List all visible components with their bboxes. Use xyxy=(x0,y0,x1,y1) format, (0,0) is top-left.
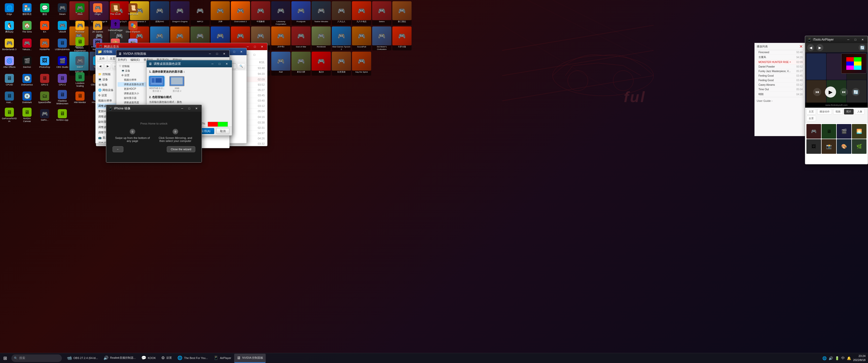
fe-search-btn[interactable]: 🔍 xyxy=(237,63,245,69)
desktop-icon-1[interactable]: 🏪 微软商店 xyxy=(19,1,35,18)
itools-photo-5[interactable]: 🖼 xyxy=(806,139,821,154)
game-icon-28[interactable]: 🎮 God of War xyxy=(291,27,311,51)
itools-nav-forward[interactable]: ▶ xyxy=(816,44,823,51)
desktop-icon-2[interactable]: 💬 微信 xyxy=(37,1,53,18)
desktop-icon-5[interactable]: 🎮 Origin xyxy=(90,1,106,18)
itools-photo-7[interactable]: 🎨 xyxy=(837,139,851,154)
nv-close[interactable]: ✕ xyxy=(221,51,227,56)
iphone-close[interactable]: ✕ xyxy=(193,106,199,111)
taskbar-item-browser[interactable]: 🌐 The Best For You... xyxy=(175,354,210,363)
desktop-icon-3[interactable]: 🎮 Steam xyxy=(54,1,70,18)
desktop-icon-51[interactable]: 🖥 NVIDIA App xyxy=(54,107,70,123)
game-icon-46[interactable]: 🎮 鬼泣5 xyxy=(312,52,331,76)
desktop-icon-34[interactable]: 🖥 GPU-Z xyxy=(37,72,53,88)
desktop-icon-18[interactable]: 🎮 HunterPie xyxy=(37,37,53,53)
game-icon-11[interactable]: 🎮 Frostpunk xyxy=(291,1,311,25)
nv-menu-edit[interactable]: 编辑(E) xyxy=(130,58,140,62)
rp-item-8[interactable]: Casey Abrams 03:12 xyxy=(755,83,805,87)
itools-maximize[interactable]: □ xyxy=(852,37,859,42)
game-icon-29[interactable]: 🎮 RimWorld xyxy=(312,27,331,51)
taskbar-item-obs[interactable]: 📹 OBS 27.2.4 (64-bl... xyxy=(64,354,100,363)
nm-win-controls[interactable]: ─ □ ✕ xyxy=(244,52,265,57)
itools-categories[interactable]: 主页 播放动作 视频 照片 人像 全景 xyxy=(805,108,868,123)
fe-maximize[interactable]: □ xyxy=(231,49,238,54)
game-icon-31[interactable]: 🎮 SoundFall xyxy=(352,27,371,51)
desktop-icon-35[interactable]: 🖥 CPU-Z xyxy=(54,72,70,88)
rp-item-6[interactable]: Feeling Good 03:45 xyxy=(755,74,805,78)
itools-cat-portrait[interactable]: 人像 xyxy=(855,109,865,114)
desktop-icon-26[interactable]: 🖼 Photoshop xyxy=(37,54,53,70)
iphone-footer[interactable]: ← Close the wizard xyxy=(110,146,198,152)
desktop-icon-9[interactable]: 🏠 The Sims xyxy=(19,19,35,35)
rp-guide[interactable]: User Guide › xyxy=(755,97,805,104)
rp-item-2[interactable]: 古董风 94:20 xyxy=(755,55,805,60)
itools-prev-btn[interactable]: ⏮ xyxy=(813,88,821,96)
desktop-icon-28[interactable]: 🎮 SWAT xyxy=(72,54,88,70)
desktop-icon-50[interactable]: 🎮 GeFo... xyxy=(37,107,53,123)
tray-battery[interactable]: 🔋 xyxy=(835,356,839,360)
taskbar-item-kook[interactable]: 💬 KOOK xyxy=(139,354,158,363)
desktop-icon-49[interactable]: 🖥 NVIDIA Canvas xyxy=(19,107,35,123)
netease-controls[interactable]: ─ □ ✕ xyxy=(245,44,265,49)
game-icon-33[interactable]: 🎮 斗罗大陆 xyxy=(392,27,411,51)
itools-next-btn[interactable]: ⏭ xyxy=(840,88,848,96)
desktop-icon-16[interactable]: 🎮 Borderlands 3 xyxy=(1,37,18,53)
itools-refresh[interactable]: 🔄 xyxy=(859,44,866,51)
game-icon-30[interactable]: 🎮 Mad Games Tycoon 2 xyxy=(332,27,351,51)
desktop-icon-40[interactable]: 🖥 Asst... xyxy=(1,90,18,106)
itools-nav-back[interactable]: ◀ xyxy=(807,44,814,51)
nv-menu-file[interactable]: 文件(F) xyxy=(118,58,127,62)
desktop-icon-7[interactable]: 📜 The Scroll xyxy=(125,1,141,18)
nm-x[interactable]: ✕ xyxy=(258,52,265,57)
fe-forward[interactable]: ▶ xyxy=(104,63,111,69)
ncd-controls[interactable]: ─ □ ✕ xyxy=(209,61,230,66)
desktop-icon-15[interactable]: 🎭 Disco Elysium xyxy=(125,19,141,35)
tray-notifications[interactable]: 🔔 xyxy=(847,356,851,360)
itools-photo-3[interactable]: 🎬 xyxy=(837,124,851,139)
desktop-icon-4[interactable]: 🎮 Xbox xyxy=(72,1,88,18)
desktop-icon-41[interactable]: 💽 DiskMark xyxy=(19,90,35,106)
netease-close[interactable]: ✕ xyxy=(259,44,265,49)
itools-cat-panorama[interactable]: 全景 xyxy=(806,116,816,121)
game-icon-7[interactable]: 🎮 大神 xyxy=(211,1,230,25)
desktop-icon-11[interactable]: 🎮 Ubisoft xyxy=(54,19,70,35)
taskbar-item-nvidia[interactable]: 🖥 NVIDIA 控制面板 xyxy=(234,354,266,363)
game-icon-16[interactable]: 🎮 新三国志 xyxy=(392,1,411,25)
itools-airplayer-window[interactable]: 📱 iTools AirPlayer ─ □ ✕ ◀ ▶ 🔄 xyxy=(805,36,868,164)
iphone-mirror-window[interactable]: 📱 iPhone 镜像 ─ □ ✕ Press Home to unlock ①… xyxy=(106,105,202,163)
iphone-minimize[interactable]: ─ xyxy=(179,106,185,111)
iphone-prev-btn[interactable]: ← xyxy=(113,146,123,152)
rp-item-1[interactable]: Firecreed 93:48 xyxy=(755,50,805,55)
desktop-icon-43[interactable]: 🖥 Flawless Widescreen xyxy=(54,90,70,106)
itools-play-btn[interactable]: ▶ xyxy=(825,87,836,98)
itools-photo-2[interactable]: 🖥 xyxy=(822,124,836,139)
game-icon-15[interactable]: 🎮 Sekiro xyxy=(372,1,391,25)
taskbar-item-settings[interactable]: ⚙ 设置 xyxy=(159,354,174,363)
rp-item-7[interactable]: Feeling Good 03:40 xyxy=(755,78,805,83)
taskbar-search[interactable]: 🔍 搜索 xyxy=(11,355,62,362)
ncd-titlebar[interactable]: 🖥 调整桌面面颜色设置 ─ □ ✕ xyxy=(147,60,232,67)
iphone-maximize[interactable]: □ xyxy=(186,106,192,111)
game-icon-4[interactable]: 🎮 战地2042 xyxy=(150,1,169,25)
itools-cat-video[interactable]: 视频 xyxy=(833,109,843,114)
desktop-icon-48[interactable]: 🖥 GeForce/NVIDIA xyxy=(1,107,18,123)
itools-playback-controls[interactable]: ⏮ ▶ ⏭ 🔄 xyxy=(813,87,860,98)
game-icon-5[interactable]: 🎮 Dragon's Dogma xyxy=(170,1,189,25)
itools-close[interactable]: ✕ xyxy=(859,37,866,42)
ncd-close[interactable]: ✕ xyxy=(223,61,230,66)
tray-network[interactable]: 🌐 xyxy=(822,356,827,360)
iphone-titlebar[interactable]: 📱 iPhone 镜像 ─ □ ✕ xyxy=(106,105,202,112)
nm-max[interactable]: □ xyxy=(251,52,258,57)
netease-maximize[interactable]: □ xyxy=(252,44,258,49)
itools-photo-6[interactable]: 📸 xyxy=(822,139,836,154)
rp-close[interactable]: ✕ xyxy=(799,44,803,49)
fe-back[interactable]: ◀ xyxy=(97,63,103,69)
desktop-icon-17[interactable]: 🎮 Yakuza... xyxy=(19,37,35,53)
iphone-controls[interactable]: ─ □ ✕ xyxy=(179,106,199,111)
desktop-icon-27[interactable]: 🎬 CBS Studio xyxy=(54,54,70,70)
desktop-icon-36[interactable]: 🖥 Lossless Scaling xyxy=(72,72,88,88)
game-icon-48[interactable]: 🎮 Say the Spine xyxy=(352,52,371,76)
taskbar-item-realtek[interactable]: 🔊 Realtek音频控制器... xyxy=(101,354,138,363)
itools-rotate-btn[interactable]: 🔄 xyxy=(852,88,860,96)
taskbar-item-airplayer[interactable]: 📱 AirPlayer xyxy=(211,354,234,363)
